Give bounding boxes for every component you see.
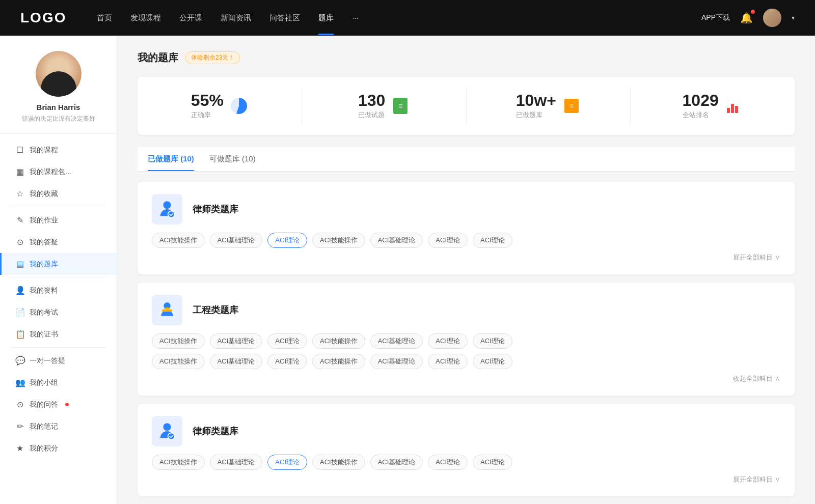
sidebar-item-bank[interactable]: ▤ 我的题库 [0,253,117,275]
nav-logo: LOGO [20,10,66,26]
user-avatar[interactable] [763,9,781,27]
avatar-image [763,9,781,27]
done-b-label: 已做题库 [516,110,556,120]
list-icon: ≡ [564,99,579,113]
notes-icon: ✏ [15,422,24,431]
stat-done-questions: 130 已做试题 ≡ [302,87,467,125]
sidebar-item-qa[interactable]: ⊙ 我的答疑 [0,231,117,253]
menu-label: 我的课程 [30,146,58,155]
sidebar-item-my-qa[interactable]: ⊙ 我的问答 [0,394,117,415]
l2-tag-1[interactable]: ACI基础理论 [210,455,263,470]
nav-link-bank[interactable]: 题库 [318,13,334,23]
main-content: 我的题库 体验剩余23天！ 55% 正确率 130 已做试题 ≡ [117,36,815,504]
menu-label: 我的题库 [30,260,58,269]
bank-card-lawyer-1: 律师类题库 ACI技能操作 ACI基础理论 ACI理论 ACI技能操作 ACI基… [138,182,795,274]
tag-5[interactable]: ACI理论 [428,233,468,248]
svg-point-0 [164,201,171,209]
sidebar-item-my-course[interactable]: ☐ 我的课程 [0,139,117,161]
menu-label: 我的笔记 [30,422,58,431]
user-menu-chevron[interactable]: ▾ [792,14,795,21]
eng-tag-3[interactable]: ACI技能操作 [312,333,365,349]
unread-dot [65,403,69,406]
eng-tag-12[interactable]: ACI理论 [428,354,468,369]
nav-link-qa[interactable]: 问答社区 [269,13,300,23]
l2-tag-2-active[interactable]: ACI理论 [267,455,307,470]
profile-motto: 错误的决定比没有决定要好 [22,115,95,123]
myqa-icon: ⊙ [15,400,24,409]
sidebar-item-group[interactable]: 👥 我的小组 [0,372,117,394]
eng-tag-13[interactable]: ACI理论 [473,354,512,369]
eng-tag-2[interactable]: ACI理论 [267,333,307,349]
nav-right: APP下载 🔔 ▾ [701,9,795,27]
eng-tag-1[interactable]: ACI基础理论 [210,333,263,349]
bank-footer-l2: 展开全部科目 ∨ [152,475,780,484]
stat-accuracy: 55% 正确率 [138,87,302,125]
navbar: LOGO 首页 发现课程 公开课 新闻资讯 问答社区 题库 ··· APP下载 … [0,0,815,36]
nav-link-open[interactable]: 公开课 [179,13,202,23]
app-download-button[interactable]: APP下载 [701,13,730,22]
trial-badge: 体验剩余23天！ [185,51,240,64]
eng-tag-8[interactable]: ACI基础理论 [210,354,263,369]
page-wrapper: Brian Harris 错误的决定比没有决定要好 ☐ 我的课程 ▦ 我的课程包… [0,36,815,504]
page-header: 我的题库 体验剩余23天！ [138,51,795,65]
sidebar-item-1on1[interactable]: 💬 一对一答疑 [0,350,117,372]
l2-tag-5[interactable]: ACI理论 [428,455,468,470]
nav-link-news[interactable]: 新闻资讯 [221,13,251,23]
bank-card-lawyer-2: 律师类题库 ACI技能操作 ACI基础理论 ACI理论 ACI技能操作 ACI基… [138,404,795,496]
l2-tag-3[interactable]: ACI技能操作 [312,455,365,470]
nav-links: 首页 发现课程 公开课 新闻资讯 问答社区 题库 ··· [97,13,701,23]
sidebar-item-profile[interactable]: 👤 我的资料 [0,279,117,301]
svg-point-5 [168,433,175,439]
bank-name-engineer: 工程类题库 [193,304,238,316]
tag-3[interactable]: ACI技能操作 [312,233,365,248]
l2-tag-6[interactable]: ACI理论 [473,455,512,470]
sidebar-item-cert[interactable]: 📋 我的证书 [0,323,117,345]
notification-bell[interactable]: 🔔 [740,12,753,24]
rank-value: 1029 [683,92,719,108]
nav-link-more[interactable]: ··· [352,13,359,23]
bank-tags-lawyer-2: ACI技能操作 ACI基础理论 ACI理论 ACI技能操作 ACI基础理论 AC… [152,455,780,470]
sidebar-item-course-pkg[interactable]: ▦ 我的课程包... [0,161,117,183]
profile-avatar[interactable] [36,51,82,97]
eng-tag-4[interactable]: ACI基础理论 [370,333,423,349]
sidebar-item-exam[interactable]: 📄 我的考试 [0,301,117,323]
tab-bar: 已做题库 (10) 可做题库 (10) [138,147,795,172]
tag-6[interactable]: ACI理论 [473,233,512,248]
eng-tag-6[interactable]: ACI理论 [473,333,512,349]
accuracy-value: 55% [191,92,224,108]
bank-card-header-l2: 律师类题库 [152,416,780,446]
done-b-icon: ≡ [562,97,581,115]
eng-tag-0[interactable]: ACI技能操作 [152,333,205,349]
eng-tag-7[interactable]: ACI技能操作 [152,354,205,369]
tag-2-active[interactable]: ACI理论 [267,233,307,248]
homework-icon: ✎ [15,215,24,225]
tag-4[interactable]: ACI基础理论 [370,233,423,248]
eng-tag-9[interactable]: ACI理论 [267,354,307,369]
sidebar-item-notes[interactable]: ✏ 我的笔记 [0,415,117,437]
l2-tag-0[interactable]: ACI技能操作 [152,455,205,470]
tab-done-banks[interactable]: 已做题库 (10) [148,147,194,171]
tag-1[interactable]: ACI基础理论 [210,233,263,248]
lawyer-svg [157,199,177,219]
collapse-link-eng[interactable]: 收起全部科目 ∧ [733,374,780,383]
expand-link-l2[interactable]: 展开全部科目 ∨ [733,475,780,484]
eng-tag-10[interactable]: ACI技能操作 [312,354,365,369]
sidebar-item-homework[interactable]: ✎ 我的作业 [0,209,117,231]
rank-label: 全站排名 [683,110,719,120]
nav-link-home[interactable]: 首页 [97,13,112,23]
sidebar-item-favorites[interactable]: ☆ 我的收藏 [0,183,117,205]
expand-link-1[interactable]: 展开全部科目 ∨ [733,253,780,262]
eng-tag-11[interactable]: ACI基础理论 [370,354,423,369]
sidebar-profile: Brian Harris 错误的决定比没有决定要好 [0,36,117,134]
tag-0[interactable]: ACI技能操作 [152,233,205,248]
l2-tag-4[interactable]: ACI基础理论 [370,455,423,470]
menu-separator-2 [10,277,106,277]
menu-label: 我的问答 [30,400,58,409]
menu-label: 一对一答疑 [30,356,65,366]
menu-label: 我的考试 [30,308,58,317]
nav-link-courses[interactable]: 发现课程 [130,13,161,23]
eng-tag-5[interactable]: ACI理论 [428,333,468,349]
sidebar-item-points[interactable]: ★ 我的积分 [0,437,117,459]
tab-available-banks[interactable]: 可做题库 (10) [209,147,256,171]
chat-icon: 💬 [15,356,24,366]
